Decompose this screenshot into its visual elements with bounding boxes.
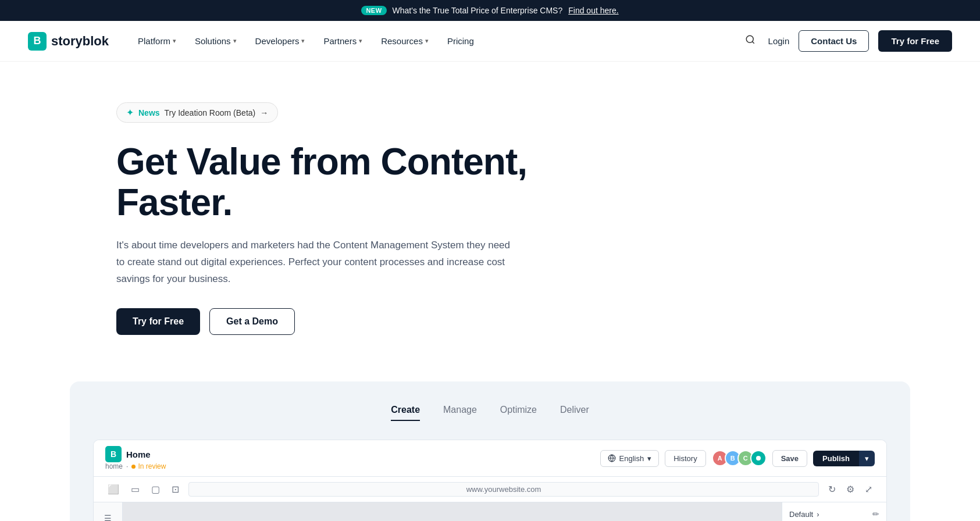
cms-right-panel: Default › ✏ [782,502,886,521]
mobile-icon[interactable]: ▢ [149,481,162,497]
cms-publish-button[interactable]: Publish [813,451,859,466]
cms-preview: B Home home · In review English ▾ [93,440,887,521]
cms-title-area: B Home home · In review [105,446,166,470]
top-banner: NEW What's the True Total Price of Enter… [0,0,980,21]
status-dot [131,465,136,469]
panel-chevron-icon: › [817,510,819,519]
contact-button[interactable]: Contact Us [799,30,869,52]
hero-subtitle: It's about time developers and marketers… [116,237,512,288]
expand-icon[interactable]: ⤢ [863,481,875,497]
cms-publish-group: Publish ▾ [813,451,875,466]
hero-buttons: Try for Free Get a Demo [116,308,864,335]
sparkle-icon: ✦ [126,107,134,118]
banner-text: What's the True Total Price of Enterpris… [393,6,563,15]
edit-icon[interactable]: ✏ [872,509,879,519]
cms-save-button[interactable]: Save [772,450,807,467]
default-panel-button[interactable]: Default › [789,510,819,519]
tablet-icon[interactable]: ▭ [129,481,142,497]
right-panel-top: Default › ✏ [789,509,879,519]
lang-label: English [619,454,644,463]
cms-toolbar: ⬜ ▭ ▢ ⊡ www.yourwebsite.com ↻ ⚙ ⤢ [94,477,886,502]
hero-demo-button[interactable]: Get a Demo [209,308,295,335]
new-badge: NEW [361,6,386,15]
history-button[interactable]: History [665,450,705,467]
news-label: News [138,108,160,117]
arrow-icon: → [260,108,268,117]
nav-links: Platform ▾ Solutions ▾ Developers ▾ Part… [130,31,742,51]
cms-logo-icon: B [105,446,122,462]
desktop-icon[interactable]: ⬜ [105,481,122,497]
cms-publish-dropdown-button[interactable]: ▾ [859,451,875,466]
tab-deliver[interactable]: Deliver [560,405,589,421]
chevron-down-icon: ▾ [173,37,176,45]
status-text: In review [138,462,166,470]
cms-breadcrumb: home · In review [105,462,166,470]
default-label: Default [789,510,813,519]
cms-page-name: Home [126,449,151,459]
cms-topbar: B Home home · In review English ▾ [94,440,886,477]
form-icon: ☰ [99,509,117,521]
settings-icon[interactable]: ⚙ [844,481,857,497]
chevron-down-icon: ▾ [359,37,362,45]
demo-tabs: Create Manage Optimize Deliver [93,405,887,421]
frame-icon[interactable]: ⊡ [169,481,181,497]
breadcrumb-separator: · [126,462,128,470]
nav-item-resources[interactable]: Resources ▾ [373,31,437,51]
search-button[interactable] [742,31,759,51]
language-button[interactable]: English ▾ [600,450,660,467]
news-badge-pill[interactable]: ✦ News Try Ideation Room (Beta) → [116,102,278,123]
nav-item-platform[interactable]: Platform ▾ [130,31,184,51]
hero-section: ✦ News Try Ideation Room (Beta) → Get Va… [0,62,980,381]
breadcrumb-home: home [105,462,123,470]
lang-chevron-icon: ▾ [647,454,651,463]
cms-main-canvas [123,502,782,521]
cms-status: In review [131,462,166,470]
cms-topbar-actions: English ▾ History A B C Save Publish ▾ [600,450,875,467]
logo-icon: B [28,32,47,51]
tab-create[interactable]: Create [391,405,420,421]
chevron-down-icon: ▾ [233,37,237,45]
nav-actions: Login Contact Us Try for Free [742,30,952,52]
chevron-down-icon: ▾ [425,37,429,45]
nav-item-solutions[interactable]: Solutions ▾ [187,31,245,51]
nav-item-pricing[interactable]: Pricing [439,31,482,51]
news-text: Try Ideation Room (Beta) [165,108,256,117]
demo-section: Create Manage Optimize Deliver B Home ho… [70,381,910,521]
nav-item-developers[interactable]: Developers ▾ [247,31,313,51]
hero-try-free-button[interactable]: Try for Free [116,308,200,335]
logo[interactable]: B storyblok [28,32,109,51]
chevron-down-icon: ▾ [301,37,305,45]
nav-item-partners[interactable]: Partners ▾ [315,31,370,51]
svg-point-0 [746,35,753,42]
refresh-icon[interactable]: ↻ [826,481,838,497]
url-bar[interactable]: www.yourwebsite.com [188,482,819,497]
logo-text: storyblok [51,34,109,49]
tab-manage[interactable]: Manage [443,405,477,421]
navbar: B storyblok Platform ▾ Solutions ▾ Devel… [0,21,980,62]
cms-sidebar-left: ☰ Form [94,502,123,521]
cms-content-area: ☰ Form Default › ✏ [94,502,886,521]
cms-avatars: A B C [712,450,767,466]
online-indicator [750,450,767,466]
banner-link[interactable]: Find out here. [568,6,618,15]
tab-optimize[interactable]: Optimize [500,405,537,421]
form-sidebar-item[interactable]: ☰ Form [99,509,117,521]
cms-toolbar-icons: ↻ ⚙ ⤢ [826,481,875,497]
hero-title: Get Value from Content, Faster. [116,141,582,223]
login-button[interactable]: Login [768,36,790,46]
try-free-button[interactable]: Try for Free [878,30,952,52]
